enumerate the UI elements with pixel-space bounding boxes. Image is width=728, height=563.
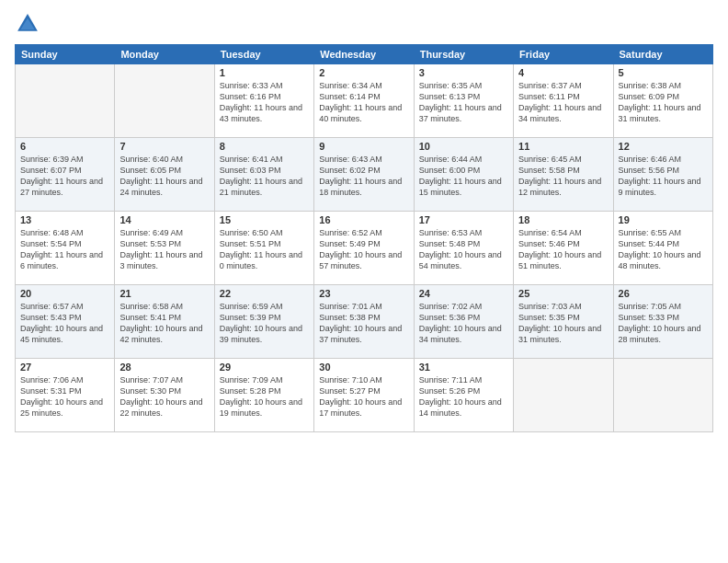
day-detail: Sunrise: 6:54 AMSunset: 5:46 PMDaylight:…: [518, 227, 608, 272]
calendar-cell: 11Sunrise: 6:45 AMSunset: 5:58 PMDayligh…: [514, 138, 613, 212]
day-detail: Sunrise: 6:48 AMSunset: 5:54 PMDaylight:…: [20, 227, 109, 272]
calendar-cell: 14Sunrise: 6:49 AMSunset: 5:53 PMDayligh…: [115, 212, 214, 285]
daylight: Daylight: 11 hours and 18 minutes.: [319, 177, 402, 197]
daylight: Daylight: 11 hours and 15 minutes.: [419, 177, 502, 197]
calendar-week-row: 20Sunrise: 6:57 AMSunset: 5:43 PMDayligh…: [16, 285, 713, 359]
day-number: 2: [319, 67, 408, 78]
day-number: 1: [220, 67, 309, 78]
day-number: 16: [319, 214, 408, 225]
daylight: Daylight: 10 hours and 45 minutes.: [20, 324, 103, 344]
day-number: 30: [319, 362, 408, 373]
sunrise: Sunrise: 6:54 AM: [518, 228, 582, 237]
daylight: Daylight: 11 hours and 3 minutes.: [119, 250, 202, 270]
daylight: Daylight: 11 hours and 12 minutes.: [518, 177, 601, 197]
sunset: Sunset: 5:44 PM: [619, 239, 680, 248]
daylight: Daylight: 11 hours and 9 minutes.: [619, 177, 701, 197]
calendar-cell: 13Sunrise: 6:48 AMSunset: 5:54 PMDayligh…: [16, 212, 115, 285]
daylight: Daylight: 11 hours and 37 minutes.: [419, 103, 502, 123]
sunset: Sunset: 5:43 PM: [20, 313, 82, 322]
day-detail: Sunrise: 6:39 AMSunset: 6:07 PMDaylight:…: [20, 154, 109, 199]
sunset: Sunset: 5:35 PM: [518, 313, 580, 322]
calendar-cell: [613, 359, 712, 432]
day-number: 5: [619, 67, 708, 78]
daylight: Daylight: 11 hours and 31 minutes.: [619, 103, 701, 123]
weekday-header: Thursday: [414, 45, 513, 64]
calendar-cell: 25Sunrise: 7:03 AMSunset: 5:35 PMDayligh…: [514, 285, 613, 359]
daylight: Daylight: 11 hours and 27 minutes.: [20, 177, 103, 197]
calendar-cell: 16Sunrise: 6:52 AMSunset: 5:49 PMDayligh…: [314, 212, 414, 285]
day-number: 12: [619, 141, 708, 152]
sunrise: Sunrise: 6:44 AM: [419, 155, 483, 164]
sunset: Sunset: 5:39 PM: [220, 313, 281, 322]
day-detail: Sunrise: 6:46 AMSunset: 5:56 PMDaylight:…: [619, 154, 708, 199]
day-detail: Sunrise: 7:01 AMSunset: 5:38 PMDaylight:…: [319, 301, 408, 346]
sunrise: Sunrise: 7:06 AM: [20, 375, 84, 385]
sunset: Sunset: 5:53 PM: [119, 239, 181, 248]
header: [15, 11, 713, 37]
day-number: 3: [419, 67, 508, 78]
calendar-week-row: 6Sunrise: 6:39 AMSunset: 6:07 PMDaylight…: [16, 138, 713, 212]
day-detail: Sunrise: 6:44 AMSunset: 6:00 PMDaylight:…: [419, 154, 508, 199]
sunset: Sunset: 5:31 PM: [20, 386, 82, 396]
day-number: 28: [119, 362, 209, 373]
sunset: Sunset: 5:56 PM: [619, 166, 680, 175]
page: SundayMondayTuesdayWednesdayThursdayFrid…: [0, 0, 728, 563]
sunset: Sunset: 5:48 PM: [419, 239, 481, 248]
calendar-cell: 10Sunrise: 6:44 AMSunset: 6:00 PMDayligh…: [414, 138, 513, 212]
daylight: Daylight: 10 hours and 51 minutes.: [518, 250, 601, 270]
sunset: Sunset: 5:54 PM: [20, 239, 82, 248]
sunrise: Sunrise: 6:45 AM: [518, 155, 582, 164]
sunrise: Sunrise: 6:49 AM: [119, 228, 183, 237]
daylight: Daylight: 10 hours and 57 minutes.: [319, 250, 402, 270]
day-number: 29: [220, 362, 309, 373]
day-detail: Sunrise: 7:05 AMSunset: 5:33 PMDaylight:…: [619, 301, 708, 346]
sunset: Sunset: 5:51 PM: [220, 239, 281, 248]
weekday-header: Tuesday: [214, 45, 313, 64]
calendar-cell: 7Sunrise: 6:40 AMSunset: 6:05 PMDaylight…: [115, 138, 214, 212]
sunrise: Sunrise: 6:58 AM: [119, 302, 183, 311]
calendar-cell: 20Sunrise: 6:57 AMSunset: 5:43 PMDayligh…: [16, 285, 115, 359]
day-number: 9: [319, 141, 408, 152]
calendar-cell: 24Sunrise: 7:02 AMSunset: 5:36 PMDayligh…: [414, 285, 513, 359]
day-number: 11: [518, 141, 608, 152]
day-number: 17: [419, 214, 508, 225]
daylight: Daylight: 10 hours and 31 minutes.: [518, 324, 601, 344]
calendar: SundayMondayTuesdayWednesdayThursdayFrid…: [15, 44, 713, 432]
sunset: Sunset: 6:05 PM: [119, 166, 181, 175]
day-detail: Sunrise: 6:50 AMSunset: 5:51 PMDaylight:…: [220, 227, 309, 272]
sunset: Sunset: 6:16 PM: [220, 92, 281, 101]
day-number: 4: [518, 67, 608, 78]
sunset: Sunset: 5:28 PM: [220, 386, 281, 396]
sunrise: Sunrise: 6:39 AM: [20, 155, 84, 164]
sunset: Sunset: 6:09 PM: [619, 92, 680, 101]
calendar-cell: 5Sunrise: 6:38 AMSunset: 6:09 PMDaylight…: [613, 64, 712, 138]
sunset: Sunset: 5:26 PM: [419, 386, 481, 396]
day-detail: Sunrise: 7:09 AMSunset: 5:28 PMDaylight:…: [220, 374, 309, 419]
calendar-cell: [16, 64, 115, 138]
sunrise: Sunrise: 7:07 AM: [119, 375, 183, 385]
weekday-header: Wednesday: [314, 45, 414, 64]
daylight: Daylight: 10 hours and 54 minutes.: [419, 250, 502, 270]
weekday-header-row: SundayMondayTuesdayWednesdayThursdayFrid…: [16, 45, 713, 64]
calendar-cell: 8Sunrise: 6:41 AMSunset: 6:03 PMDaylight…: [214, 138, 313, 212]
sunset: Sunset: 5:33 PM: [619, 313, 680, 322]
day-detail: Sunrise: 7:03 AMSunset: 5:35 PMDaylight:…: [518, 301, 608, 346]
sunset: Sunset: 6:07 PM: [20, 166, 82, 175]
calendar-cell: 12Sunrise: 6:46 AMSunset: 5:56 PMDayligh…: [613, 138, 712, 212]
sunset: Sunset: 5:27 PM: [319, 386, 381, 396]
sunrise: Sunrise: 6:41 AM: [220, 155, 283, 164]
day-number: 14: [119, 214, 209, 225]
day-detail: Sunrise: 7:07 AMSunset: 5:30 PMDaylight:…: [119, 374, 209, 419]
day-detail: Sunrise: 6:33 AMSunset: 6:16 PMDaylight:…: [220, 80, 309, 125]
day-detail: Sunrise: 6:41 AMSunset: 6:03 PMDaylight:…: [220, 154, 309, 199]
daylight: Daylight: 10 hours and 14 minutes.: [419, 397, 502, 418]
sunset: Sunset: 5:38 PM: [319, 313, 381, 322]
sunrise: Sunrise: 6:33 AM: [220, 81, 283, 90]
sunrise: Sunrise: 6:37 AM: [518, 81, 582, 90]
calendar-cell: 28Sunrise: 7:07 AMSunset: 5:30 PMDayligh…: [115, 359, 214, 432]
weekday-header: Sunday: [16, 45, 115, 64]
day-number: 31: [419, 362, 508, 373]
daylight: Daylight: 10 hours and 37 minutes.: [319, 324, 402, 344]
day-number: 7: [119, 141, 209, 152]
sunset: Sunset: 6:14 PM: [319, 92, 381, 101]
